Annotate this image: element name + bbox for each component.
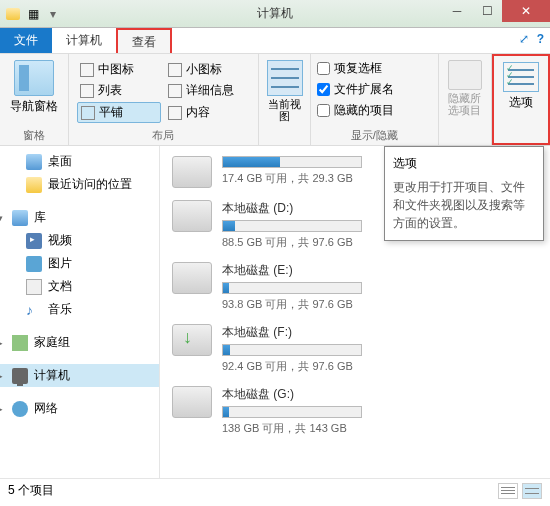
options-icon <box>503 62 539 92</box>
sidebar-item-video[interactable]: 视频 <box>0 229 159 252</box>
help-icon[interactable]: ? <box>537 32 544 46</box>
status-item-count: 5 个项目 <box>8 482 54 499</box>
titlebar: ▦ ▾ 计算机 ─ ☐ ✕ <box>0 0 550 28</box>
chevron-right-icon[interactable]: ▸ <box>0 404 3 414</box>
ribbon: 导航窗格 窗格 中图标 小图标 列表 详细信息 平铺 内容 布局 当前视图 项复… <box>0 54 550 146</box>
hide-items-label: 隐藏所选项目 <box>445 92 486 116</box>
chevron-down-icon[interactable]: ▾ <box>0 213 3 223</box>
ribbon-options-button[interactable]: 选项 <box>492 54 550 145</box>
drive-usage-bar <box>222 406 362 418</box>
window-title: 计算机 <box>257 5 293 22</box>
tab-file[interactable]: 文件 <box>0 28 52 53</box>
window-controls: ─ ☐ ✕ <box>442 0 550 22</box>
drive-name: 本地磁盘 (F:) <box>222 324 538 341</box>
ribbon-tabs: 文件 计算机 查看 ⤢ ? <box>0 28 550 54</box>
sidebar-item-library[interactable]: ▾库 <box>0 206 159 229</box>
layout-content[interactable]: 内容 <box>165 102 250 123</box>
layout-tiles[interactable]: 平铺 <box>77 102 162 123</box>
drive-item[interactable]: 本地磁盘 (G:) 138 GB 可用，共 143 GB <box>168 380 542 442</box>
layout-list[interactable]: 列表 <box>77 81 162 100</box>
drive-name: 本地磁盘 (G:) <box>222 386 538 403</box>
quick-access-toolbar: ▦ ▾ <box>0 5 66 23</box>
sidebar-item-documents[interactable]: 文档 <box>0 275 159 298</box>
chevron-right-icon[interactable]: ▸ <box>0 338 3 348</box>
group-label-panes: 窗格 <box>0 128 68 143</box>
statusbar: 5 个项目 <box>0 478 550 502</box>
ribbon-hide-selected: 隐藏所选项目 <box>439 54 493 145</box>
view-tiles-button[interactable] <box>522 483 542 499</box>
maximize-button[interactable]: ☐ <box>472 0 502 22</box>
app-icon <box>4 5 22 23</box>
ribbon-group-layout: 中图标 小图标 列表 详细信息 平铺 内容 布局 <box>69 54 259 145</box>
layout-details[interactable]: 详细信息 <box>165 81 250 100</box>
minimize-button[interactable]: ─ <box>442 0 472 22</box>
sidebar-item-recent[interactable]: 最近访问的位置 <box>0 173 159 196</box>
sidebar-item-pictures[interactable]: 图片 <box>0 252 159 275</box>
navigation-pane-icon[interactable] <box>14 60 54 96</box>
tab-computer[interactable]: 计算机 <box>52 28 116 53</box>
sidebar-item-computer[interactable]: ▸计算机 <box>0 364 159 387</box>
checkbox-file-extensions[interactable]: 文件扩展名 <box>317 79 432 100</box>
options-tooltip: 选项 更改用于打开项目、文件和文件夹视图以及搜索等方面的设置。 <box>384 146 544 241</box>
drive-icon <box>172 200 212 232</box>
tooltip-body: 更改用于打开项目、文件和文件夹视图以及搜索等方面的设置。 <box>393 178 535 232</box>
layout-small-icons[interactable]: 小图标 <box>165 60 250 79</box>
drive-info: 本地磁盘 (G:) 138 GB 可用，共 143 GB <box>222 386 538 436</box>
sidebar-item-music[interactable]: ♪音乐 <box>0 298 159 321</box>
qat-dropdown-icon[interactable]: ▾ <box>44 5 62 23</box>
minimize-ribbon-icon[interactable]: ⤢ <box>519 32 529 46</box>
drive-info: 本地磁盘 (E:) 93.8 GB 可用，共 97.6 GB <box>222 262 538 312</box>
options-label: 选项 <box>509 94 533 111</box>
navigation-sidebar: 桌面 最近访问的位置 ▾库 视频 图片 文档 ♪音乐 ▸家庭组 ▸计算机 ▸网络 <box>0 146 160 478</box>
drive-usage-bar <box>222 344 362 356</box>
current-view-icon[interactable] <box>267 60 303 96</box>
sidebar-item-homegroup[interactable]: ▸家庭组 <box>0 331 159 354</box>
close-button[interactable]: ✕ <box>502 0 550 22</box>
drive-usage-bar <box>222 156 362 168</box>
drive-usage-bar <box>222 220 362 232</box>
drive-stats: 92.4 GB 可用，共 97.6 GB <box>222 359 538 374</box>
drive-item[interactable]: 本地磁盘 (F:) 92.4 GB 可用，共 97.6 GB <box>168 318 542 380</box>
drive-icon <box>172 156 212 188</box>
checkbox-item-checkboxes[interactable]: 项复选框 <box>317 58 432 79</box>
tooltip-title: 选项 <box>393 155 535 172</box>
sidebar-item-network[interactable]: ▸网络 <box>0 397 159 420</box>
group-label-layout: 布局 <box>69 128 258 143</box>
hide-items-icon[interactable] <box>448 60 482 90</box>
drive-name: 本地磁盘 (E:) <box>222 262 538 279</box>
navigation-pane-label: 导航窗格 <box>10 98 58 115</box>
ribbon-group-show-hide: 项复选框 文件扩展名 隐藏的项目 显示/隐藏 <box>311 54 439 145</box>
ribbon-group-panes: 导航窗格 窗格 <box>0 54 69 145</box>
current-view-label: 当前视图 <box>265 98 304 122</box>
drive-icon <box>172 386 212 418</box>
drive-icon <box>172 262 212 294</box>
ribbon-group-current-view: 当前视图 <box>259 54 311 145</box>
chevron-right-icon[interactable]: ▸ <box>0 371 3 381</box>
drive-stats: 138 GB 可用，共 143 GB <box>222 421 538 436</box>
sidebar-item-desktop[interactable]: 桌面 <box>0 150 159 173</box>
drive-item[interactable]: 本地磁盘 (E:) 93.8 GB 可用，共 97.6 GB <box>168 256 542 318</box>
ribbon-help: ⤢ ? <box>519 32 544 46</box>
status-view-switcher <box>498 483 542 499</box>
tab-view[interactable]: 查看 <box>116 28 172 53</box>
drive-icon <box>172 324 212 356</box>
drive-stats: 93.8 GB 可用，共 97.6 GB <box>222 297 538 312</box>
drive-info: 本地磁盘 (F:) 92.4 GB 可用，共 97.6 GB <box>222 324 538 374</box>
checkbox-hidden-items[interactable]: 隐藏的项目 <box>317 100 432 121</box>
view-details-button[interactable] <box>498 483 518 499</box>
layout-medium-icons[interactable]: 中图标 <box>77 60 162 79</box>
explorer-body: 桌面 最近访问的位置 ▾库 视频 图片 文档 ♪音乐 ▸家庭组 ▸计算机 ▸网络… <box>0 146 550 478</box>
properties-icon[interactable]: ▦ <box>24 5 42 23</box>
drive-usage-bar <box>222 282 362 294</box>
group-label-showhide: 显示/隐藏 <box>311 128 438 143</box>
